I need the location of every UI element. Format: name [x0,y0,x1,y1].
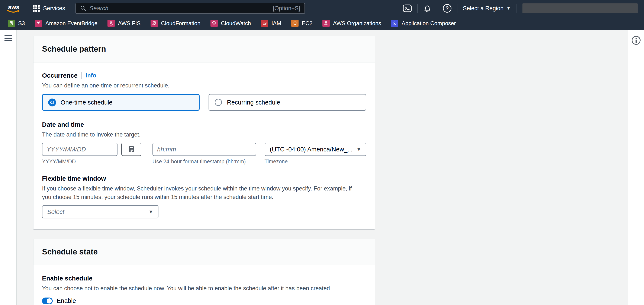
eventbridge-icon [35,20,42,27]
timezone-hint: Timezone [264,158,366,165]
occurrence-label: Occurrence [42,72,78,79]
nav-right-controls: ? Select a Region ▼ [403,4,638,13]
favorites-bar-item[interactable]: EC2 [291,20,312,27]
date-time-label: Date and time [42,121,366,128]
schedule-state-card: Schedule state Enable schedule You can c… [33,239,375,305]
cloudformation-icon [150,20,158,27]
recurring-schedule-radio-tile[interactable]: Recurring schedule [208,94,366,111]
chevron-down-icon: ▼ [356,146,361,152]
region-label: Select a Region [463,5,504,12]
schedule-state-header: Schedule state [34,239,375,265]
cloudshell-terminal-button[interactable] [403,4,412,12]
favorites-bar-item-label: EC2 [302,20,312,27]
favorites-bar-item-label: IAM [272,20,281,27]
search-input[interactable] [90,5,270,12]
ec2-icon [291,20,298,27]
services-grid-icon [33,5,40,12]
help-icon: ? [446,5,449,12]
favorites-bar-item[interactable]: AWS FIS [108,20,140,27]
favorites-bar-item-label: AWS FIS [118,20,140,27]
aws-logo-icon[interactable]: aws [6,3,21,14]
top-navigation-bar: aws Services [Option+S] [0,0,644,17]
chevron-down-icon: ▼ [506,6,510,11]
radio-selected-icon [48,98,56,106]
info-panel-button[interactable] [631,36,641,46]
s3-icon [8,20,15,27]
svg-text:aws: aws [8,4,20,10]
notifications-button[interactable] [423,4,432,12]
nav-divider [457,4,458,13]
iam-icon [261,20,268,27]
occurrence-description: You can define an one-time or recurrent … [42,81,362,90]
schedule-pattern-title: Schedule pattern [42,44,366,54]
favorites-bar-item-label: Amazon EventBridge [46,20,98,27]
hamburger-icon [4,36,12,36]
chevron-down-icon: ▼ [148,209,153,215]
label-divider [82,72,82,79]
enable-schedule-toggle[interactable] [42,298,53,304]
calendar-picker-button[interactable] [121,143,142,156]
favorites-bar-item-label: AWS Organizations [333,20,381,27]
fis-icon [108,20,115,27]
favorites-bar-item[interactable]: AWS Organizations [322,20,381,27]
schedule-pattern-body: Occurrence Info You can define an one-ti… [34,62,375,229]
date-input[interactable] [42,143,118,156]
side-navigation-collapsed [0,30,17,305]
radio-unselected-icon [215,99,222,106]
date-format-hint: YYYY/MM/DD [42,158,142,165]
timezone-value: (UTC -04:00) America/New_... [270,146,352,153]
cloudshell-terminal-icon [403,4,412,12]
nav-divider [27,4,27,13]
region-selector[interactable]: Select a Region ▼ [463,5,510,12]
favorites-bar-item[interactable]: IAM [261,20,281,27]
occurrence-field: Occurrence Info You can define an one-ti… [42,72,366,111]
notifications-bell-icon [423,4,432,12]
nav-divider [417,4,418,13]
content-area: Schedule pattern Occurrence Info You can… [0,30,644,305]
info-icon [631,36,641,45]
application-composer-icon [391,20,398,27]
schedule-state-body: Enable schedule You can choose not to en… [34,265,375,305]
organizations-icon [322,20,330,27]
global-search[interactable]: [Option+S] [76,3,305,14]
favorites-bar-item[interactable]: CloudWatch [210,20,251,27]
favorites-bar-item-label: Application Composer [402,20,456,27]
timezone-select[interactable]: (UTC -04:00) America/New_... ▼ [265,143,366,156]
account-menu-redacted[interactable] [522,4,638,13]
schedule-pattern-header: Schedule pattern [34,36,375,62]
one-time-schedule-radio-tile[interactable]: One-time schedule [42,94,200,111]
favorites-bar: S3 Amazon EventBridge AWS FIS CloudForma… [0,17,644,30]
help-button[interactable]: ? [443,4,452,12]
services-label: Services [43,5,65,12]
schedule-state-title: Schedule state [42,248,366,256]
date-time-description: The date and time to invoke the target. [42,130,362,139]
time-input[interactable] [152,143,256,156]
flexible-time-window-label: Flexible time window [42,175,366,182]
flexible-time-window-field: Flexible time window If you choose a fle… [42,175,366,218]
services-menu-button[interactable]: Services [33,5,65,12]
side-nav-toggle-button[interactable] [4,36,12,41]
search-icon [80,5,86,11]
search-shortcut-hint: [Option+S] [273,5,300,12]
time-format-hint: Use 24-hour format timestamp (hh:mm) [152,158,256,165]
favorites-bar-item[interactable]: Application Composer [391,20,456,27]
main-panel: Schedule pattern Occurrence Info You can… [17,30,628,305]
flexible-time-window-select[interactable]: Select ▼ [42,205,158,218]
favorites-bar-item[interactable]: CloudFormation [150,20,200,27]
calendar-icon [128,146,135,153]
cloudwatch-icon [210,20,218,27]
enable-schedule-description: You can choose not to enable the schedul… [42,284,362,293]
flexible-select-placeholder: Select [47,208,64,216]
nav-divider [437,4,437,13]
occurrence-info-link[interactable]: Info [86,72,96,79]
favorites-bar-item[interactable]: S3 [8,20,25,27]
favorites-bar-item[interactable]: Amazon EventBridge [35,20,98,27]
enable-toggle-label: Enable [57,297,76,304]
nav-divider [516,4,516,13]
enable-schedule-label: Enable schedule [42,275,366,282]
favorites-bar-item-label: S3 [18,20,25,27]
help-panel-collapsed [628,30,644,305]
flexible-time-window-description: If you choose a flexible time window, Sc… [42,184,362,201]
favorites-bar-item-label: CloudWatch [221,20,251,27]
date-time-field: Date and time The date and time to invok… [42,121,366,165]
